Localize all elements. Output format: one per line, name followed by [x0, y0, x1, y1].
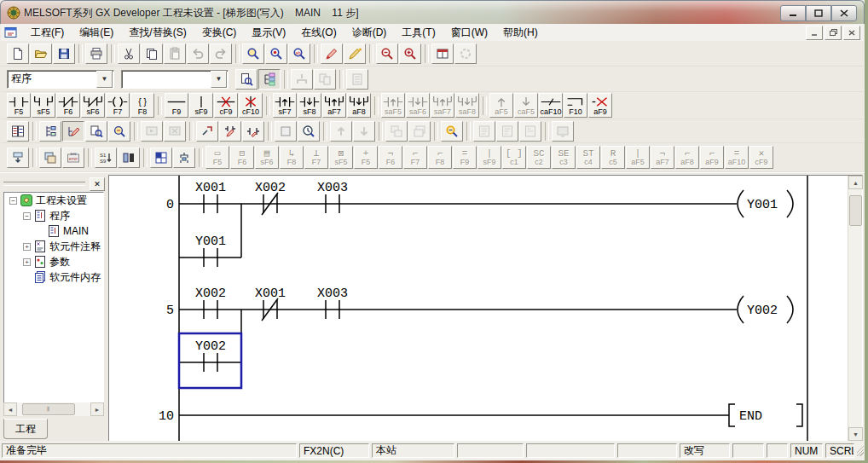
tool-write-mode-button[interactable]	[62, 121, 84, 142]
std-save-project-button[interactable]	[53, 43, 75, 64]
sfc-sort-step-button[interactable]: S1S9	[95, 148, 117, 168]
ladder-symbol-F5-button[interactable]: F5	[7, 93, 31, 118]
tree-item-参数[interactable]: +参数	[4, 254, 103, 269]
sfc-program-batch-button[interactable]	[7, 148, 29, 168]
std-new-file-button[interactable]	[7, 43, 29, 64]
ladder-symbol-sF9-button[interactable]: sF9	[189, 93, 213, 118]
ladder-symbol-aF7-button[interactable]: aF7	[322, 93, 346, 118]
ladder-symbol-F6-button[interactable]: F6	[56, 93, 80, 118]
tree-item-软元件内存[interactable]: 软元件内存	[4, 269, 103, 285]
tree-item-软元件注释[interactable]: +软元件注释	[4, 239, 103, 254]
ladder-symbol-F7-button[interactable]: F7	[106, 93, 130, 118]
scroll-up-arrow[interactable]: ▲	[848, 176, 863, 189]
sfc-error-check-button[interactable]: errors+v	[62, 148, 84, 168]
data-name-select[interactable]: ▼	[121, 70, 229, 89]
tree-item-MAIN[interactable]: MAIN	[4, 223, 103, 239]
tree-expander-minus-icon[interactable]: −	[23, 212, 31, 220]
std-write-edit-button[interactable]	[321, 43, 343, 64]
tool-device-edit-button[interactable]	[242, 121, 264, 142]
mdi-close-button[interactable]	[843, 26, 860, 40]
std-project-window-button[interactable]	[431, 43, 454, 64]
std-find-device-button[interactable]	[265, 43, 287, 64]
std-insert-edit-button[interactable]: ★	[344, 43, 366, 64]
find-device-icon	[269, 47, 283, 61]
mdi-restore-button[interactable]	[825, 26, 842, 40]
menu-item-8[interactable]: 工具(T)	[394, 24, 443, 41]
close-button[interactable]	[831, 5, 857, 21]
sfc-sfc-tree-button[interactable]	[173, 148, 195, 168]
ladder-symbol-sF5-button[interactable]: sF5	[32, 93, 55, 118]
ladder-symbol-F10-button[interactable]: F10	[564, 93, 587, 118]
tool-read-mode-button[interactable]	[85, 121, 107, 142]
scroll-down-arrow[interactable]: ▼	[848, 427, 863, 441]
std-cut-button[interactable]	[118, 43, 140, 64]
tool-screen-display-button	[552, 121, 574, 142]
menu-item-1[interactable]: 工程(F)	[23, 24, 72, 41]
ladder-symbol-aF9-button[interactable]: aF9	[588, 93, 612, 118]
data-ladder-tree-button[interactable]	[258, 69, 281, 90]
tree-item-程序[interactable]: −程序	[4, 208, 103, 223]
menu-item-5[interactable]: 显示(V)	[244, 24, 293, 41]
ladder-symbol-F8-button[interactable]: { }F8	[130, 93, 154, 118]
project-tab[interactable]: 工程	[3, 419, 48, 439]
std-open-project-button[interactable]	[30, 43, 52, 64]
data-display-macro-button[interactable]	[235, 69, 258, 90]
resize-grip[interactable]	[857, 445, 864, 456]
tool-device-test-button[interactable]	[196, 121, 218, 142]
tool-monitor-mode-button[interactable]	[108, 121, 130, 142]
std-find-string-button[interactable]: ab	[288, 43, 310, 64]
tree-expander-plus-icon[interactable]: +	[23, 258, 31, 266]
tool-ladder-list-toggle-button[interactable]	[7, 121, 29, 142]
tool-program-window-button[interactable]	[275, 121, 297, 142]
svg-text:s+v: s+v	[70, 151, 77, 155]
tree-expander-minus-icon[interactable]: −	[9, 197, 17, 205]
ladder-canvas[interactable]: 0X001X002X003Y001Y0015X002X001X003Y002Y0…	[109, 176, 849, 443]
tree-item-工程未设置[interactable]: −工程未设置	[4, 193, 103, 208]
monitor-stop-icon	[168, 124, 182, 138]
menu-item-6[interactable]: 在线(O)	[293, 24, 344, 41]
minimize-button[interactable]	[780, 5, 806, 21]
ladder-symbol-caF10-button[interactable]: caF10	[539, 93, 563, 118]
project-tab-label: 工程	[15, 422, 36, 437]
tree-hscroll-thumb[interactable]: ⦀	[22, 403, 75, 415]
ladder-diagram[interactable]: 0X001X002X003Y001Y0015X002X001X003Y002Y0…	[109, 176, 849, 441]
sfc-block-list-button[interactable]	[150, 148, 172, 168]
sfc-copy-program-button[interactable]	[39, 148, 61, 168]
ladder-symbol-sF6-button[interactable]: sF6	[81, 93, 105, 118]
menu-item-2[interactable]: 编辑(E)	[72, 24, 121, 41]
std-zoom-out-button[interactable]	[376, 43, 398, 64]
program-type-select[interactable]: 程序 ▼	[7, 70, 114, 89]
menu-item-3[interactable]: 查找/替换(S)	[121, 24, 194, 41]
tool-find-contact-button[interactable]	[441, 121, 463, 142]
editor-vscroll-thumb[interactable]	[849, 195, 862, 226]
panel-grip[interactable]	[3, 182, 85, 186]
tool-jump-up-button	[330, 121, 352, 142]
ladder-symbol-F9-button[interactable]: F9	[165, 93, 188, 118]
restore-button[interactable]	[806, 5, 831, 21]
ladder-symbol-sF7-button[interactable]: sF7	[273, 93, 297, 118]
tool-clock-monitor-button[interactable]	[298, 121, 320, 142]
tool-ladder-edit-button[interactable]	[219, 121, 241, 142]
ladder-symbol-aF8-button[interactable]: aF8	[347, 93, 371, 118]
tree-item-label: 工程未设置	[36, 194, 87, 208]
scroll-right-arrow[interactable]: ►	[90, 402, 104, 416]
menu-item-4[interactable]: 变换(C)	[194, 24, 245, 41]
std-print-button[interactable]	[85, 43, 107, 64]
mdi-minimize-button[interactable]	[806, 26, 823, 40]
tree-expander-plus-icon[interactable]: +	[23, 243, 31, 251]
menu-item-7[interactable]: 诊断(D)	[344, 24, 395, 41]
tool-project-data-list-button[interactable]	[39, 121, 61, 142]
std-zoom-in-button[interactable]	[399, 43, 421, 64]
menu-item-9[interactable]: 窗口(W)	[443, 24, 495, 41]
sfc-block-parameter-button[interactable]	[118, 148, 140, 168]
std-copy-button[interactable]	[141, 43, 163, 64]
menu-item-10[interactable]: 帮助(H)	[495, 24, 546, 41]
pu-symbol-icon	[383, 95, 403, 108]
scroll-left-arrow[interactable]: ◄	[3, 402, 17, 416]
ladder-symbol-cF9-button[interactable]: cF9	[214, 93, 238, 118]
ladder-symbol-cF10-button[interactable]: cF10	[239, 93, 263, 118]
window-title: MELSOFT系列 GX Developer 工程未设置 - [梯形图(写入) …	[24, 6, 359, 20]
std-find-button[interactable]	[242, 43, 264, 64]
panel-close-button[interactable]: ✕	[90, 177, 105, 191]
ladder-symbol-sF8-button[interactable]: sF8	[298, 93, 321, 118]
